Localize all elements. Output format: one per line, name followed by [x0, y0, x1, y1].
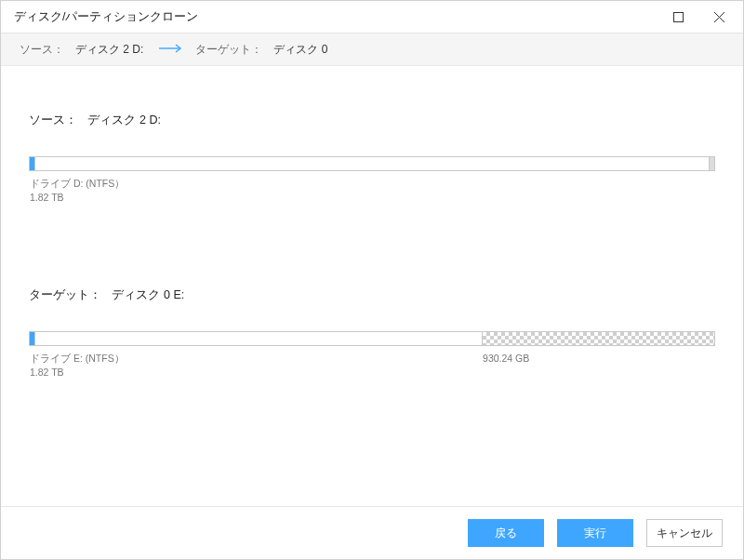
maximize-icon[interactable]	[658, 3, 698, 31]
close-icon[interactable]	[698, 3, 739, 31]
target-disk-labels: ドライブ E: (NTFS）1.82 TB930.24 GB	[29, 352, 715, 379]
partition-name: ドライブ E: (NTFS）	[30, 352, 482, 366]
window-controls	[658, 3, 739, 31]
svg-rect-0	[673, 12, 683, 21]
source-title-value: ディスク 2 D:	[87, 113, 160, 127]
partition-size: 1.82 TB	[30, 366, 482, 380]
partition-name: ドライブ D: (NTFS）	[30, 177, 715, 191]
main-content: ソース： ディスク 2 D: ドライブ D: (NTFS）1.82 TB ターゲ…	[1, 66, 743, 506]
source-title: ソース： ディスク 2 D:	[29, 113, 715, 128]
cancel-button[interactable]: キャンセル	[646, 519, 723, 547]
summary-bar: ソース： ディスク 2 D: ターゲット： ディスク 0	[1, 33, 743, 66]
source-section: ソース： ディスク 2 D: ドライブ D: (NTFS）1.82 TB	[29, 113, 715, 204]
summary-target-value: ディスク 0	[273, 42, 327, 58]
source-title-label: ソース：	[29, 113, 77, 127]
disk-segment-free-white	[35, 157, 709, 170]
source-disk-labels: ドライブ D: (NTFS）1.82 TB	[29, 177, 715, 204]
target-title-value: ディスク 0 E:	[112, 288, 184, 301]
window-title: ディスク/パーティションクローン	[14, 9, 198, 25]
source-disk-bar[interactable]	[29, 156, 715, 171]
execute-button[interactable]: 実行	[557, 519, 633, 547]
disk-segment-label: ドライブ D: (NTFS）1.82 TB	[29, 177, 715, 204]
arrow-right-icon	[158, 43, 184, 56]
footer: 戻る 実行 キャンセル	[1, 506, 743, 559]
summary-source-value: ディスク 2 D:	[75, 42, 143, 58]
target-title-label: ターゲット：	[29, 288, 101, 301]
disk-segment-label: ドライブ E: (NTFS）1.82 TB	[29, 352, 482, 379]
target-section: ターゲット： ディスク 0 E: ドライブ E: (NTFS）1.82 TB93…	[29, 287, 715, 379]
disk-segment-free-white	[35, 332, 482, 345]
summary-source-label: ソース：	[20, 42, 64, 58]
disk-segment-label: 930.24 GB	[482, 352, 715, 379]
summary-target-label: ターゲット：	[195, 42, 262, 58]
app-window: ディスク/パーティションクローン ソース： ディスク 2 D: ターゲット： デ…	[0, 0, 744, 560]
disk-segment-tail-gray	[709, 157, 714, 170]
target-disk-bar[interactable]	[29, 331, 715, 346]
target-title: ターゲット： ディスク 0 E:	[29, 287, 715, 303]
titlebar: ディスク/パーティションクローン	[1, 1, 743, 33]
partition-size: 930.24 GB	[483, 352, 715, 366]
disk-segment-unalloc	[482, 332, 714, 345]
partition-size: 1.82 TB	[30, 191, 715, 205]
back-button[interactable]: 戻る	[468, 519, 544, 547]
